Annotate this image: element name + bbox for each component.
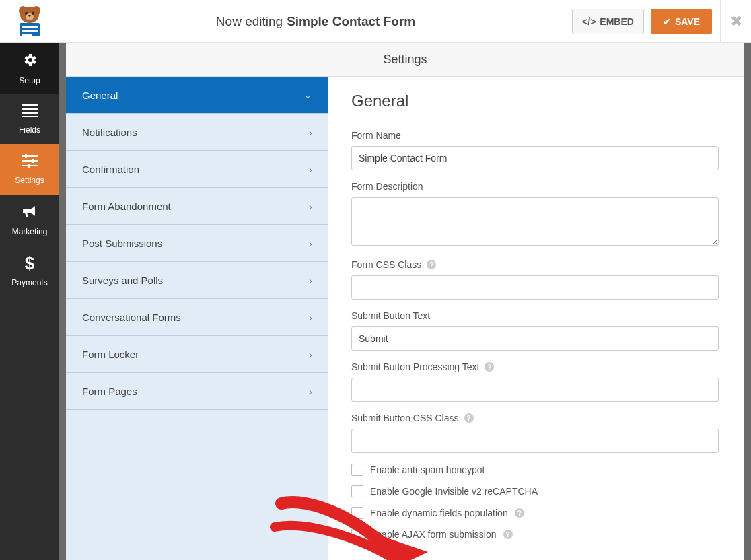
nav-label: Setup [19, 76, 40, 85]
editing-prefix: Now editing [216, 14, 283, 29]
sidebar-item-form-pages[interactable]: Form Pages › [66, 373, 328, 410]
help-icon[interactable]: ? [503, 530, 513, 539]
dollar-icon: $ [25, 253, 34, 274]
submit-button-text-input[interactable] [351, 326, 719, 351]
checkbox-label: Enable AJAX form submission [370, 529, 497, 540]
honeypot-checkbox[interactable] [351, 464, 363, 476]
gear-icon [22, 52, 38, 72]
sidebar-item-general[interactable]: General ⌄ [66, 77, 328, 114]
editing-title: Now editing Simple Contact Form [59, 14, 572, 29]
topbar: Now editing Simple Contact Form </> EMBE… [0, 0, 751, 43]
embed-button[interactable]: </> EMBED [572, 9, 644, 34]
submit-button-css-class-input[interactable] [351, 429, 719, 453]
nav-label: Settings [15, 176, 44, 185]
chevron-down-icon: ⌄ [303, 89, 312, 101]
checkbox-label: Enable Google Invisible v2 reCAPTCHA [370, 486, 538, 497]
sidebar-item-label: Confirmation [82, 164, 139, 175]
general-heading: General [351, 92, 719, 120]
svg-rect-14 [22, 116, 38, 117]
check-dynamic-fields[interactable]: Enable dynamic fields population ? [351, 507, 719, 519]
chevron-right-icon: › [309, 275, 312, 286]
nav-fields[interactable]: Fields [0, 94, 59, 144]
bear-logo-icon [11, 5, 48, 38]
editing-name: Simple Contact Form [287, 14, 415, 29]
submit-button-text-label: Submit Button Text [351, 310, 719, 321]
dynamic-fields-checkbox[interactable] [351, 507, 363, 519]
bullhorn-icon [22, 204, 38, 223]
submit-button-processing-text-input[interactable] [351, 378, 719, 402]
chevron-right-icon: › [309, 238, 312, 249]
sidebar-item-confirmation[interactable]: Confirmation › [66, 151, 328, 188]
svg-rect-16 [25, 154, 27, 158]
check-ajax-submission[interactable]: Enable AJAX form submission ? [351, 528, 719, 540]
svg-rect-11 [22, 104, 38, 106]
svg-rect-10 [22, 34, 32, 36]
code-icon: </> [582, 16, 596, 27]
close-icon: ✖ [730, 13, 742, 30]
svg-rect-13 [22, 112, 38, 114]
sidebar-item-label: Notifications [82, 127, 137, 138]
nav-label: Marketing [12, 227, 48, 236]
help-icon[interactable]: ? [464, 413, 474, 423]
sidebar-item-label: Surveys and Polls [82, 275, 163, 286]
checkbox-label: Enable anti-spam honeypot [370, 464, 485, 475]
svg-point-5 [26, 13, 34, 20]
sidebar-item-label: Form Pages [82, 386, 137, 397]
form-css-class-label: Form CSS Class [351, 259, 421, 270]
save-button[interactable]: ✔ SAVE [651, 9, 712, 34]
help-icon[interactable]: ? [485, 362, 494, 372]
checkbox-label: Enable dynamic fields population [370, 508, 508, 518]
chevron-right-icon: › [309, 386, 312, 397]
chevron-right-icon: › [309, 164, 312, 175]
nav-marketing[interactable]: Marketing [0, 195, 59, 245]
sidebar-item-conversational-forms[interactable]: Conversational Forms › [66, 299, 328, 336]
form-name-label: Form Name [351, 130, 719, 141]
sidebar-item-form-locker[interactable]: Form Locker › [66, 336, 328, 373]
submit-button-css-class-label: Submit Button CSS Class [351, 413, 459, 423]
sidebar-item-label: Form Locker [82, 349, 139, 360]
help-icon[interactable]: ? [515, 508, 524, 518]
sidebar-item-form-abandonment[interactable]: Form Abandonment › [66, 188, 328, 225]
check-recaptcha[interactable]: Enable Google Invisible v2 reCAPTCHA [351, 485, 719, 497]
form-description-label: Form Description [351, 181, 719, 192]
settings-sidebar: General ⌄ Notifications › Confirmation ›… [66, 77, 328, 560]
sliders-icon [22, 154, 38, 172]
svg-rect-8 [22, 26, 38, 28]
chevron-right-icon: › [309, 312, 312, 323]
submit-button-processing-text-label: Submit Button Processing Text [351, 361, 479, 372]
chevron-right-icon: › [309, 127, 312, 138]
chevron-right-icon: › [309, 349, 312, 360]
form-name-input[interactable] [351, 146, 719, 170]
svg-point-6 [28, 15, 30, 16]
recaptcha-checkbox[interactable] [351, 485, 363, 497]
chevron-right-icon: › [309, 201, 312, 212]
sidebar-item-label: General [82, 90, 118, 101]
ajax-submission-checkbox[interactable] [351, 528, 363, 540]
svg-rect-20 [28, 164, 30, 168]
svg-rect-15 [22, 155, 38, 157]
check-icon: ✔ [663, 16, 671, 27]
help-icon[interactable]: ? [427, 260, 436, 269]
svg-rect-12 [22, 108, 38, 110]
app-logo [0, 0, 59, 43]
sidebar-item-notifications[interactable]: Notifications › [66, 114, 328, 151]
svg-rect-9 [22, 30, 38, 32]
list-icon [22, 104, 38, 121]
sidebar-item-surveys-polls[interactable]: Surveys and Polls › [66, 262, 328, 299]
left-nav: Setup Fields Settings Marketing $ Paymen… [0, 43, 59, 560]
settings-general-panel: General Form Name Form Description Form … [328, 77, 744, 560]
form-css-class-input[interactable] [351, 275, 719, 300]
form-description-input[interactable] [351, 197, 719, 246]
sidebar-item-label: Conversational Forms [82, 312, 181, 323]
close-button[interactable]: ✖ [720, 0, 751, 43]
nav-setup[interactable]: Setup [0, 43, 59, 94]
sidebar-item-post-submissions[interactable]: Post Submissions › [66, 225, 328, 262]
svg-rect-18 [32, 159, 34, 163]
nav-settings[interactable]: Settings [0, 144, 59, 195]
panel-title: Settings [66, 43, 744, 77]
nav-label: Payments [11, 278, 47, 287]
nav-payments[interactable]: $ Payments [0, 245, 59, 295]
sidebar-item-label: Post Submissions [82, 238, 162, 249]
svg-rect-17 [22, 160, 38, 162]
check-honeypot[interactable]: Enable anti-spam honeypot [351, 464, 719, 476]
